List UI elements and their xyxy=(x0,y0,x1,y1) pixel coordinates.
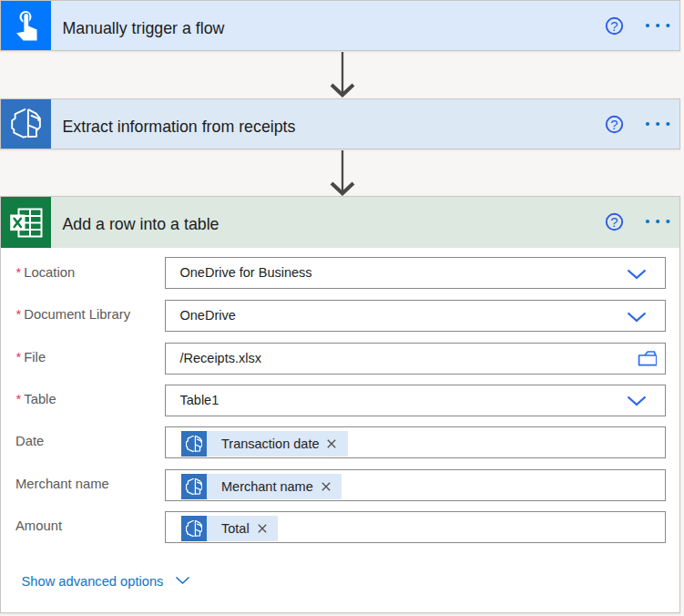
svg-text:?: ? xyxy=(610,18,618,34)
svg-text:?: ? xyxy=(610,214,618,230)
svg-text:?: ? xyxy=(610,117,618,132)
